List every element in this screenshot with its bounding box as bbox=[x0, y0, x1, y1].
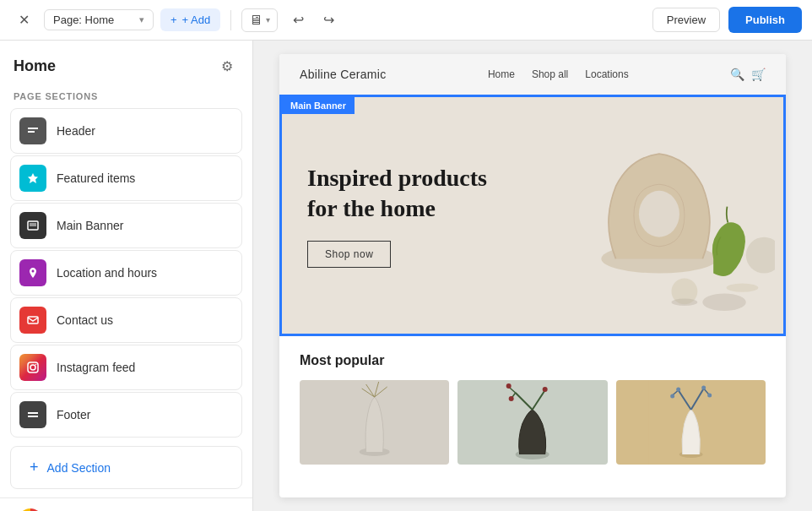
undo-redo-group: ↩ ↪ bbox=[284, 7, 342, 34]
search-icon[interactable]: 🔍 bbox=[730, 68, 744, 81]
publish-button[interactable]: Publish bbox=[728, 7, 802, 33]
sidebar-item-instagram-feed[interactable]: Instagram feed bbox=[10, 345, 242, 390]
toolbar-divider bbox=[230, 10, 231, 30]
shop-now-button[interactable]: Shop now bbox=[307, 241, 391, 268]
main-area: Home ⚙ PAGE SECTIONS Header Featured ite… bbox=[0, 41, 812, 511]
banner-headline-line1: Inspired products bbox=[307, 165, 487, 191]
page-selector-label: Page: Home bbox=[53, 14, 114, 26]
section-items-list: Header Featured items Main Banner Locati… bbox=[0, 105, 252, 441]
sidebar-item-instagram-feed-label: Instagram feed bbox=[57, 361, 135, 374]
svg-rect-4 bbox=[30, 223, 36, 226]
settings-icon[interactable]: ⚙ bbox=[215, 54, 239, 78]
toolbar-right: Preview Publish bbox=[652, 7, 802, 33]
svg-rect-6 bbox=[28, 362, 38, 372]
page-sections-label: PAGE SECTIONS bbox=[0, 84, 252, 105]
site-design-item[interactable]: Site design bbox=[0, 497, 252, 511]
toolbar: ✕ Page: Home ▾ + + Add 🖥 ▾ ↩ ↪ Preview P… bbox=[0, 0, 812, 41]
sidebar-item-featured-items[interactable]: Featured items bbox=[10, 155, 242, 201]
banner-headline: Inspired products for the home bbox=[307, 163, 524, 225]
banner-image-area bbox=[549, 97, 783, 334]
add-section-label: Add Section bbox=[47, 461, 111, 475]
sidebar-title: Home bbox=[14, 57, 56, 75]
site-nav-icons: 🔍 🛒 bbox=[730, 68, 766, 81]
sidebar-item-location-hours[interactable]: Location and hours bbox=[10, 250, 242, 296]
contact-us-section-icon bbox=[19, 307, 46, 334]
add-section-button[interactable]: + Add Section bbox=[10, 446, 242, 489]
svg-point-18 bbox=[746, 237, 775, 274]
chevron-down-icon: ▾ bbox=[139, 14, 144, 25]
featured-items-section-icon bbox=[19, 165, 46, 192]
svg-point-41 bbox=[707, 394, 712, 398]
canvas-area: Abiline Ceramic Home Shop all Locations … bbox=[253, 41, 812, 511]
nav-link-home[interactable]: Home bbox=[488, 68, 515, 80]
sidebar-item-main-banner[interactable]: Main Banner bbox=[10, 203, 242, 248]
nav-link-shop-all[interactable]: Shop all bbox=[532, 68, 568, 80]
site-nav: Abiline Ceramic Home Shop all Locations … bbox=[279, 54, 786, 95]
svg-point-7 bbox=[30, 365, 35, 370]
website-frame: Abiline Ceramic Home Shop all Locations … bbox=[279, 54, 786, 497]
svg-point-43 bbox=[701, 386, 706, 390]
redo-button[interactable]: ↪ bbox=[315, 7, 342, 34]
sidebar-header: Home ⚙ bbox=[0, 41, 252, 84]
svg-point-8 bbox=[35, 364, 37, 366]
sidebar-item-main-banner-label: Main Banner bbox=[57, 219, 123, 232]
product-card-1[interactable] bbox=[300, 380, 449, 465]
sidebar-item-footer[interactable]: Footer bbox=[10, 392, 242, 438]
add-button-label: + Add bbox=[182, 14, 211, 26]
location-hours-section-icon bbox=[19, 259, 46, 286]
device-selector[interactable]: 🖥 ▾ bbox=[241, 8, 278, 32]
product-card-3[interactable] bbox=[616, 380, 766, 465]
svg-point-17 bbox=[727, 284, 759, 292]
desktop-icon: 🖥 bbox=[249, 13, 263, 28]
banner-text: Inspired products for the home Shop now bbox=[282, 129, 549, 302]
svg-point-33 bbox=[543, 387, 548, 392]
svg-point-13 bbox=[639, 191, 679, 237]
device-chevron-icon: ▾ bbox=[266, 15, 270, 24]
most-popular-title: Most popular bbox=[300, 353, 766, 368]
footer-section-icon bbox=[19, 401, 46, 428]
sidebar-item-header-label: Header bbox=[57, 124, 95, 138]
product-grid bbox=[300, 380, 766, 465]
svg-point-32 bbox=[509, 396, 514, 401]
svg-point-42 bbox=[676, 388, 680, 392]
svg-point-31 bbox=[506, 383, 512, 389]
main-banner-section-icon bbox=[19, 212, 46, 239]
svg-point-16 bbox=[671, 299, 697, 307]
sidebar-item-contact-us-label: Contact us bbox=[57, 313, 113, 327]
plus-icon: + bbox=[171, 14, 177, 26]
svg-rect-9 bbox=[28, 412, 38, 414]
close-button[interactable]: ✕ bbox=[10, 7, 37, 34]
main-banner-tag: Main Banner bbox=[282, 97, 355, 114]
site-nav-links: Home Shop all Locations bbox=[488, 68, 629, 80]
site-brand: Abiline Ceramic bbox=[300, 68, 387, 81]
most-popular-section: Most popular bbox=[279, 336, 786, 481]
product-card-2[interactable] bbox=[457, 380, 607, 465]
svg-rect-1 bbox=[28, 131, 35, 133]
sidebar-item-contact-us[interactable]: Contact us bbox=[10, 297, 242, 343]
svg-point-14 bbox=[702, 294, 745, 312]
header-section-icon bbox=[19, 117, 46, 144]
add-button[interactable]: + + Add bbox=[160, 8, 220, 31]
sidebar-item-footer-label: Footer bbox=[57, 408, 90, 421]
sidebar: Home ⚙ PAGE SECTIONS Header Featured ite… bbox=[0, 41, 253, 511]
svg-rect-0 bbox=[28, 128, 38, 129]
svg-marker-2 bbox=[28, 173, 38, 183]
instagram-feed-section-icon bbox=[19, 354, 46, 381]
sidebar-item-header[interactable]: Header bbox=[10, 108, 242, 154]
add-section-plus-icon: + bbox=[30, 459, 39, 476]
banner-headline-line2: for the home bbox=[307, 195, 436, 221]
nav-link-locations[interactable]: Locations bbox=[585, 68, 628, 80]
svg-rect-5 bbox=[28, 317, 38, 323]
sidebar-item-location-hours-label: Location and hours bbox=[57, 266, 157, 280]
svg-rect-10 bbox=[28, 416, 38, 417]
svg-point-40 bbox=[670, 394, 674, 399]
page-selector[interactable]: Page: Home ▾ bbox=[44, 9, 154, 30]
cart-icon[interactable]: 🛒 bbox=[751, 68, 766, 81]
banner-section[interactable]: Main Banner Inspired products for the ho… bbox=[279, 95, 786, 336]
preview-button[interactable]: Preview bbox=[652, 8, 720, 32]
sidebar-item-featured-items-label: Featured items bbox=[57, 171, 135, 185]
undo-button[interactable]: ↩ bbox=[284, 7, 311, 34]
banner-content: Inspired products for the home Shop now bbox=[282, 97, 783, 334]
